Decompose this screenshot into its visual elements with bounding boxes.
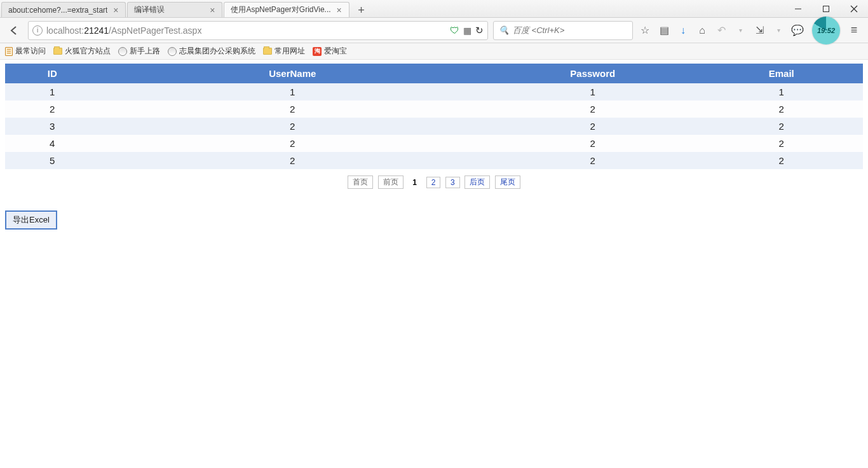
- url-bar[interactable]: i localhost:21241/AspNetPagerTest.aspx 🛡…: [28, 21, 488, 40]
- bookmark-taobao[interactable]: 淘爱淘宝: [313, 46, 347, 57]
- bookmark-procurement[interactable]: 志晨集团办公采购系统: [168, 46, 255, 57]
- table-row: 4222: [5, 135, 863, 152]
- search-bar[interactable]: 🔍: [493, 21, 633, 40]
- table-row: 3222: [5, 118, 863, 135]
- table-row: 5222: [5, 152, 863, 169]
- clock-badge[interactable]: 19:52: [812, 17, 840, 45]
- cell: 1: [485, 83, 700, 100]
- bookmark-label: 最常访问: [15, 46, 46, 57]
- bookmark-firefox-official[interactable]: 火狐官方站点: [53, 46, 111, 57]
- tab-title: 使用AspNetPager对GridVie...: [231, 4, 330, 15]
- bookmark-getting-started[interactable]: 新手上路: [118, 46, 160, 57]
- pager-next[interactable]: 后页: [465, 176, 490, 189]
- navbar: i localhost:21241/AspNetPagerTest.aspx 🛡…: [0, 18, 868, 43]
- cell: 2: [485, 152, 700, 169]
- chat-icon[interactable]: 💬: [792, 24, 803, 36]
- pager-page-2[interactable]: 2: [426, 177, 441, 188]
- bookmark-label: 爱淘宝: [324, 46, 347, 57]
- page-content: ID UserName Password Email 1111 2222 322…: [0, 60, 868, 233]
- cell: 2: [700, 152, 864, 169]
- data-grid: ID UserName Password Email 1111 2222 322…: [5, 64, 863, 169]
- cell: 5: [5, 152, 100, 169]
- pager-prev[interactable]: 前页: [378, 176, 403, 189]
- table-header-row: ID UserName Password Email: [5, 64, 863, 83]
- shield-icon[interactable]: 🛡: [450, 25, 459, 36]
- cell: 2: [100, 100, 486, 118]
- bookmarks-bar: 最常访问 火狐官方站点 新手上路 志晨集团办公采购系统 常用网址 淘爱淘宝: [0, 43, 868, 60]
- close-icon[interactable]: ×: [208, 6, 217, 15]
- clock-time: 19:52: [812, 17, 840, 45]
- qr-icon[interactable]: ▦: [463, 25, 471, 36]
- browser-tab-1[interactable]: about:cehome?...=extra_start ×: [1, 2, 126, 17]
- back-button[interactable]: [5, 22, 23, 39]
- search-icon: 🔍: [499, 25, 509, 35]
- cell: 2: [700, 135, 864, 152]
- tab-strip: about:cehome?...=extra_start × 编译错误 × 使用…: [0, 0, 370, 17]
- window-controls: [784, 0, 868, 18]
- pager-page-3[interactable]: 3: [445, 177, 460, 188]
- tab-title: 编译错误: [134, 4, 204, 15]
- dropdown-icon[interactable]: ▾: [773, 27, 784, 34]
- bookmark-common-sites[interactable]: 常用网址: [263, 46, 305, 57]
- col-header-email: Email: [700, 64, 864, 83]
- close-window-button[interactable]: [840, 0, 868, 18]
- bookmark-label: 新手上路: [130, 46, 160, 57]
- home-icon[interactable]: ⌂: [696, 25, 708, 36]
- globe-icon: [168, 47, 177, 56]
- minimize-button[interactable]: [784, 0, 812, 18]
- library-icon[interactable]: ▤: [658, 24, 670, 36]
- browser-tab-3[interactable]: 使用AspNetPager对GridVie... ×: [224, 2, 349, 17]
- pager: 首页 前页 1 2 3 后页 尾页: [5, 176, 863, 189]
- downloads-icon[interactable]: ↓: [677, 25, 689, 36]
- tab-title: about:cehome?...=extra_start: [8, 6, 107, 15]
- cell: 2: [485, 118, 700, 135]
- close-icon[interactable]: ×: [111, 6, 120, 15]
- titlebar: about:cehome?...=extra_start × 编译错误 × 使用…: [0, 0, 868, 18]
- folder-icon: [53, 48, 62, 55]
- hamburger-menu-button[interactable]: ≡: [845, 22, 863, 39]
- cell: 4: [5, 135, 100, 152]
- url-text: localhost:21241/AspNetPagerTest.aspx: [46, 25, 446, 36]
- toolbar-icons: ☆ ▤ ↓ ⌂ ↶ ▾ ⇲ ▾ 💬: [639, 24, 803, 36]
- col-header-password: Password: [485, 64, 700, 83]
- new-tab-button[interactable]: +: [353, 3, 370, 17]
- cell: 1: [100, 83, 486, 100]
- cell: 2: [700, 100, 864, 118]
- close-icon[interactable]: ×: [335, 6, 344, 15]
- dropdown-icon[interactable]: ▾: [735, 27, 746, 34]
- bookmark-most-visited[interactable]: 最常访问: [5, 46, 46, 57]
- globe-icon: [118, 47, 127, 56]
- cell: 2: [5, 100, 100, 118]
- pager-first[interactable]: 首页: [348, 176, 373, 189]
- folder-icon: [263, 48, 272, 55]
- search-input[interactable]: [513, 25, 627, 35]
- col-header-id: ID: [5, 64, 100, 83]
- undo-icon[interactable]: ↶: [715, 24, 727, 36]
- export-excel-button[interactable]: 导出Excel: [5, 210, 57, 230]
- maximize-button[interactable]: [812, 0, 840, 18]
- bookmark-label: 火狐官方站点: [65, 46, 111, 57]
- taobao-icon: 淘: [313, 47, 322, 56]
- cell: 3: [5, 118, 100, 135]
- bookmark-star-icon[interactable]: ☆: [639, 24, 651, 36]
- bookmark-label: 常用网址: [275, 46, 305, 57]
- cell: 2: [700, 118, 864, 135]
- site-info-icon[interactable]: i: [32, 25, 43, 36]
- pocket-icon[interactable]: ⇲: [754, 24, 765, 36]
- table-row: 2222: [5, 100, 863, 118]
- table-row: 1111: [5, 83, 863, 100]
- cell: 2: [485, 100, 700, 118]
- cell: 2: [100, 135, 486, 152]
- svg-rect-1: [824, 6, 829, 12]
- col-header-username: UserName: [100, 64, 486, 83]
- pager-page-current: 1: [408, 177, 421, 188]
- bookmark-label: 志晨集团办公采购系统: [179, 46, 255, 57]
- browser-tab-2[interactable]: 编译错误 ×: [127, 2, 222, 17]
- reload-icon[interactable]: ↻: [475, 25, 484, 36]
- cell: 2: [485, 135, 700, 152]
- pager-last[interactable]: 尾页: [495, 176, 520, 189]
- cell: 2: [100, 118, 486, 135]
- cell: 1: [700, 83, 864, 100]
- cell: 2: [100, 152, 486, 169]
- page-icon: [5, 47, 13, 56]
